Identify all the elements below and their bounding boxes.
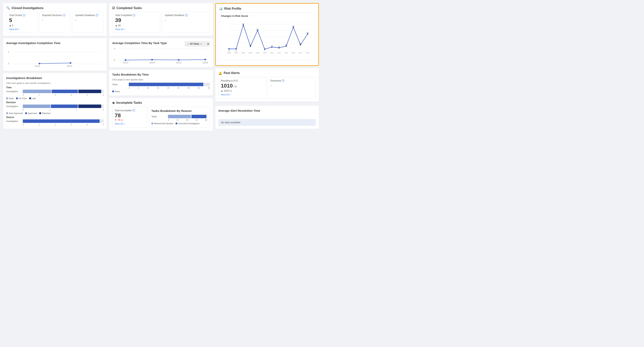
- breakdown-title: Investigations Breakdown: [6, 76, 104, 80]
- incomplete-bar-row: Tasks: [151, 115, 207, 118]
- dismissed-info[interactable]: ?: [282, 79, 284, 82]
- svg-text:10/13: 10/13: [66, 65, 72, 67]
- source-bar-row: Investigation: [6, 119, 104, 123]
- total-closed-value: 5: [9, 18, 35, 23]
- breakdown-reason-title: Tasks Breakdown By Reason: [151, 109, 207, 112]
- tasks-label: Tasks: [112, 83, 128, 86]
- svg-text:10/13: 10/13: [123, 62, 128, 64]
- updated-deadlines-label: Updated Deadlines ?: [75, 14, 101, 17]
- source-bar-track: [23, 119, 104, 123]
- svg-text:10/12: 10/12: [284, 52, 288, 54]
- total-completed-cell: Total Completed ? 39 39 View All >: [112, 12, 160, 33]
- total-incomplete-cell: Total Incomplete ? 78 ▼ 78 (-) View All …: [112, 107, 147, 128]
- total-completed-info[interactable]: ?: [132, 14, 135, 17]
- disputed-decisions-cell: Disputed Decisions ? -: [39, 12, 71, 33]
- svg-point-26: [236, 48, 237, 50]
- time-bar-track: [23, 90, 104, 93]
- svg-text:09/29: 09/29: [249, 52, 252, 54]
- total-closed-label: Total Closed ?: [9, 14, 35, 17]
- svg-text:09/27: 09/27: [234, 52, 238, 54]
- total-completed-value: 39: [115, 18, 157, 23]
- svg-text:134: 134: [299, 43, 302, 45]
- svg-text:15: 15: [228, 50, 230, 52]
- total-incomplete-change: ▼ 78 (-): [115, 119, 144, 121]
- time-bar-late: [78, 90, 101, 93]
- svg-text:09/28: 09/28: [242, 52, 245, 54]
- svg-text:10/12: 10/12: [34, 65, 40, 67]
- avg-alert-resolution-title: Average Alert Resolution Time: [218, 109, 316, 112]
- kyc-cell: Resulting in KYC 1010 / 0 1010 (-) View …: [218, 77, 266, 99]
- svg-text:555: 555: [256, 29, 259, 30]
- decision-bar-rejected: [78, 105, 101, 108]
- tasks-time-axis: 0 5 10 15 20 25 30 35 40: [112, 87, 210, 89]
- svg-text:649: 649: [292, 25, 294, 27]
- svg-text:4: 4: [114, 48, 115, 50]
- past-alerts-section: 🔔 Past Alerts Resulting in KYC 1010 / 0 …: [215, 68, 319, 104]
- closed-view-all[interactable]: View All >: [9, 28, 35, 31]
- time-axis-labels: 0 1 2 3 4 5: [6, 94, 104, 96]
- svg-point-15: [204, 59, 206, 60]
- time-legend: Early On Time Late: [6, 97, 104, 100]
- risk-line-chart: 15 15 716 95 555 7 70 49 100 649 134 450…: [221, 19, 313, 58]
- svg-text:10/10: 10/10: [270, 52, 274, 54]
- completed-updated-deadlines-cell: Updated Deadlines ? -: [162, 12, 210, 33]
- decision-section-label: Decision: [6, 101, 104, 104]
- decision-axis-labels: 0123: [6, 109, 104, 111]
- source-section-label: Source: [6, 116, 104, 119]
- disputed-info[interactable]: ?: [63, 14, 66, 17]
- risk-icon: 📊: [219, 7, 223, 11]
- incomplete-tasks-title: Incomplete Tasks: [116, 101, 142, 105]
- svg-text:10/07: 10/07: [263, 52, 266, 54]
- bell-icon: 🔔: [218, 71, 222, 75]
- incomplete-tasks-card: ⊗ Incomplete Tasks Total Incomplete ? 78…: [109, 98, 213, 131]
- completed-updated-info[interactable]: ?: [185, 14, 188, 17]
- tasks-time-bar-track: [129, 83, 210, 86]
- tasks-time-bar-row: Tasks: [112, 83, 210, 86]
- completed-view-all[interactable]: View All >: [115, 28, 157, 31]
- svg-point-13: [151, 59, 153, 61]
- incomplete-view-all[interactable]: View All >: [115, 123, 144, 125]
- decision-bar-auto: [23, 105, 50, 108]
- svg-point-30: [264, 49, 266, 50]
- svg-text:09/30: 09/30: [256, 52, 260, 54]
- incomplete-axis: 0 20 40 60 80: [151, 119, 207, 121]
- kyc-view-all[interactable]: View All >: [221, 93, 264, 96]
- decision-bar-approved: [51, 105, 78, 108]
- risk-chart-title: Changes in Risk Score: [221, 15, 313, 18]
- risk-profile-title: Risk Profile: [224, 7, 241, 11]
- updated-deadlines-info[interactable]: ?: [96, 14, 98, 17]
- checklist-icon: ☑: [112, 6, 115, 10]
- tasks-time-legend: Early: [112, 90, 210, 93]
- kyc-label: Resulting in KYC: [221, 79, 264, 82]
- svg-text:100: 100: [285, 44, 287, 46]
- avg-alert-resolution-section: Average Alert Resolution Time - No data …: [215, 106, 319, 131]
- breakdown-reason-cell: Tasks Breakdown By Reason Tasks 0 20 40 …: [149, 107, 210, 128]
- time-bar-early: [23, 90, 51, 93]
- ontime-label: On Time: [19, 97, 27, 100]
- dismissed-label: Dismissed ?: [270, 79, 313, 82]
- avg-alert-resolution-value: -: [218, 115, 316, 118]
- time-bar-row: Investigation: [6, 90, 104, 93]
- svg-text:10/19: 10/19: [176, 62, 182, 64]
- decision-legend: Auto Approved Approved Rejected: [6, 112, 104, 114]
- decision-bar-track: [23, 105, 104, 108]
- svg-point-5: [70, 62, 71, 64]
- source-inv-label: Investigation: [6, 120, 22, 122]
- disputed-label: Disputed Decisions ?: [42, 14, 68, 17]
- early-label: Early: [9, 97, 14, 100]
- task-type-dropdown[interactable]: --- All Tasks ---: [185, 41, 210, 46]
- completed-tasks-header: ☑ Completed Tasks: [112, 6, 210, 10]
- total-incomplete-value: 78: [115, 113, 144, 119]
- incomplete-legend: Marked Not Needed Canceled Investigation: [151, 122, 207, 125]
- total-closed-info[interactable]: ?: [22, 14, 25, 17]
- completed-tasks-title: Completed Tasks: [116, 6, 142, 10]
- completed-updated-value: -: [165, 18, 207, 22]
- svg-text:10/13: 10/13: [292, 52, 295, 54]
- svg-text:70: 70: [271, 45, 272, 47]
- total-incomplete-info[interactable]: ?: [132, 109, 135, 112]
- breakdown-subtitle: Click each graph to view specific invest…: [6, 82, 104, 84]
- late-label: Late: [32, 97, 36, 100]
- decision-inv-label: Investigation: [6, 105, 22, 107]
- avg-completion-dash: -: [6, 47, 104, 50]
- investigations-breakdown-card: Investigations Breakdown Click each grap…: [3, 73, 107, 129]
